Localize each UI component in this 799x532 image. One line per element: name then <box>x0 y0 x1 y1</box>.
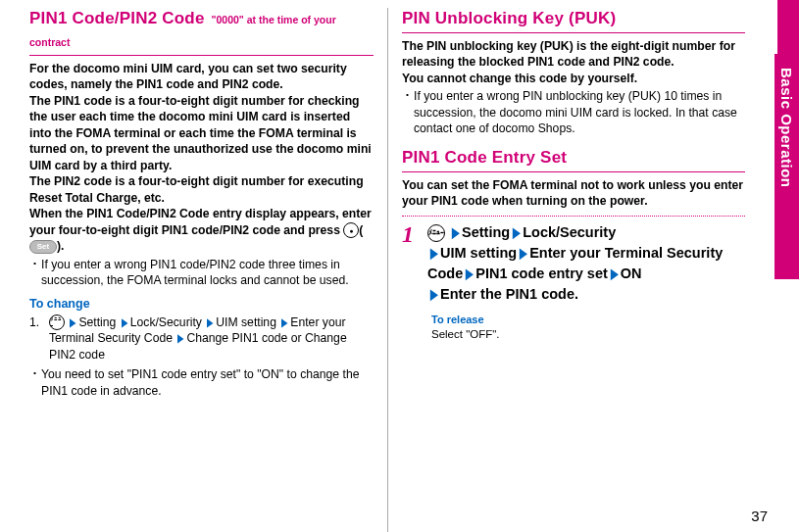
arrow-right-icon: ▶ <box>122 314 127 330</box>
bullet-puk-text: If you enter a wrong PIN unblocking key … <box>414 89 737 135</box>
snav-2: UIM setting <box>440 245 517 261</box>
snav-1: Lock/Security <box>523 224 616 240</box>
snav-4: PIN1 code entry set <box>475 266 608 281</box>
bullet-needset: ･ You need to set "PIN1 code entry set" … <box>29 366 374 399</box>
heading-entryset: PIN1 Code Entry Set <box>402 147 745 172</box>
ok-key-icon: ● <box>343 222 359 238</box>
side-tab: Basic Operation <box>774 54 799 279</box>
big-step-number: 1 <box>402 222 427 246</box>
menu-key-icon: ﾒﾆｭｰ <box>49 314 65 330</box>
step-content: ﾒﾆｭｰ ▶Setting▶Lock/Security ▶UIM setting… <box>427 222 745 305</box>
dotted-divider <box>402 216 745 217</box>
change-step1: 1. ﾒﾆｭｰ ▶Setting ▶Lock/Security ▶UIM set… <box>29 314 374 363</box>
left-column: PIN1 Code/PIN2 Code "0000" at the time o… <box>29 8 387 532</box>
bullet-dot-icon: ･ <box>31 257 38 271</box>
para-puk2: You cannot change this code by yourself. <box>402 71 745 86</box>
nav-2: UIM setting <box>216 315 276 329</box>
right-column: PIN Unblocking Key (PUK) The PIN unblock… <box>387 8 745 532</box>
arrow-right-icon: ▶ <box>430 243 438 263</box>
arrow-right-icon: ▶ <box>452 222 460 242</box>
bullet-dot-icon: ･ <box>31 366 38 381</box>
para-entryprompt-a: When the PIN1 Code/PIN2 Code entry displ… <box>29 207 372 236</box>
nav-0: Setting <box>78 315 116 329</box>
arrow-right-icon: ▶ <box>178 330 184 346</box>
para-intro: For the docomo mini UIM card, you can se… <box>29 61 374 93</box>
page-number: 37 <box>751 508 768 524</box>
bullet-needset-text: You need to set "PIN1 code entry set" to… <box>41 367 359 397</box>
bullet-wrongpin: ･ If you enter a wrong PIN1 code/PIN2 co… <box>29 257 374 289</box>
arrow-right-icon: ▶ <box>208 314 214 330</box>
subhead-release: To release <box>431 313 745 327</box>
para-pin1desc: The PIN1 code is a four-to-eight digit n… <box>29 93 374 173</box>
text-release: Select "OFF". <box>431 327 745 343</box>
para-puk1: The PIN unblocking key (PUK) is the eigh… <box>402 38 745 71</box>
snav-6: Enter the PIN1 code. <box>440 286 578 302</box>
bullet-wrongpin-text: If you enter a wrong PIN1 code/PIN2 code… <box>41 258 349 287</box>
snav-0: Setting <box>462 224 510 240</box>
para-entryset: You can set the FOMA terminal not to wor… <box>402 177 745 210</box>
step-block: 1 ﾒﾆｭｰ ▶Setting▶Lock/Security ▶UIM setti… <box>402 222 745 305</box>
page-columns: PIN1 Code/PIN2 Code "0000" at the time o… <box>0 0 745 532</box>
heading-pin-codes: PIN1 Code/PIN2 Code "0000" at the time o… <box>29 8 374 56</box>
set-softkey-icon: Set <box>29 240 57 254</box>
heading-puk: PIN Unblocking Key (PUK) <box>402 8 745 33</box>
arrow-right-icon: ▶ <box>466 264 474 283</box>
arrow-right-icon: ▶ <box>282 314 288 330</box>
snav-5: ON <box>621 266 642 281</box>
side-tab-stub <box>777 0 799 54</box>
para-entryprompt: When the PIN1 Code/PIN2 Code entry displ… <box>29 206 374 255</box>
arrow-right-icon: ▶ <box>513 222 521 242</box>
arrow-right-icon: ▶ <box>520 243 527 263</box>
heading-text: PIN1 Code/PIN2 Code <box>29 9 205 27</box>
bullet-puk: ･ If you enter a wrong PIN unblocking ke… <box>402 88 745 136</box>
bullet-dot-icon: ･ <box>404 88 411 103</box>
step-number: 1. <box>29 314 39 330</box>
arrow-right-icon: ▶ <box>610 264 618 283</box>
para-entryprompt-b: ). <box>57 239 64 253</box>
menu-key-icon: ﾒﾆｭｰ <box>427 224 445 242</box>
subhead-tochange: To change <box>29 296 374 313</box>
nav-1: Lock/Security <box>130 315 202 329</box>
arrow-right-icon: ▶ <box>430 284 438 304</box>
arrow-right-icon: ▶ <box>71 314 76 330</box>
para-pin2desc: The PIN2 code is a four-to-eight digit n… <box>29 173 374 206</box>
